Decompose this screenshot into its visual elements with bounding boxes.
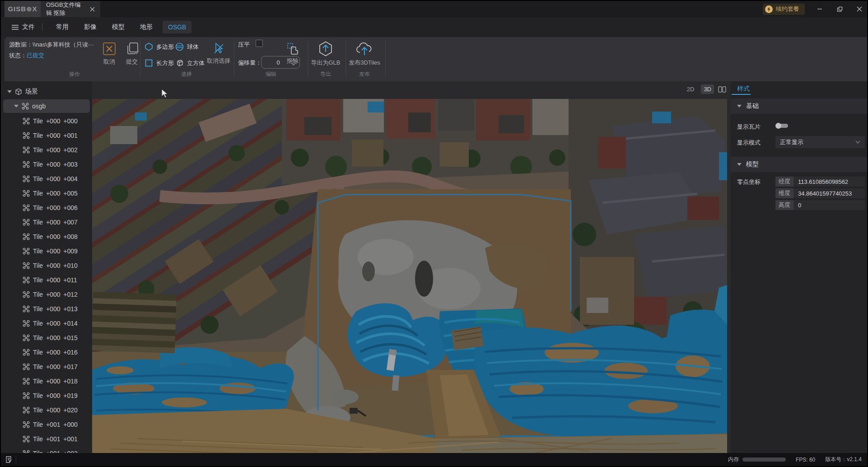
expand-arrow-icon[interactable]: [14, 105, 19, 107]
menu-item-common[interactable]: 常用: [51, 20, 74, 34]
renew-plan-button[interactable]: 续约套餐: [763, 4, 805, 15]
menu-item-image[interactable]: 影像: [79, 20, 102, 34]
offset-label: 偏移量：: [238, 59, 261, 67]
tree-item-tile[interactable]: Tile +000 +014: [1, 316, 92, 331]
cutout-button[interactable]: 抠除: [281, 42, 304, 65]
source-data-line: 源数据：\\nas\多算科技（只读···: [9, 41, 94, 49]
show-tiles-toggle[interactable]: [775, 123, 789, 128]
memory-bar: [742, 458, 786, 462]
section-model[interactable]: 模型: [731, 157, 867, 172]
tree-item-osgb[interactable]: osgb: [3, 99, 90, 113]
view-2d-button[interactable]: 2D: [684, 84, 697, 94]
close-button[interactable]: [856, 6, 863, 12]
file-menu[interactable]: 文件: [12, 23, 35, 31]
coord-field-value: 113.610856098562: [793, 177, 848, 187]
tree-item-tile[interactable]: Tile +000 +000: [1, 114, 92, 128]
tree-item-tile[interactable]: Tile +000 +010: [1, 258, 92, 273]
source-data-value: \\nas\多算科技（只读···: [33, 41, 94, 48]
tile-label: Tile +000 +011: [33, 276, 77, 284]
drone-icon: [23, 378, 30, 385]
tree-item-tile[interactable]: Tile +000 +018: [1, 374, 92, 388]
tree-item-tile[interactable]: Tile +000 +012: [1, 287, 92, 302]
origin-coords-fields: 经度 113.610856098562 维度 34.86401597740253…: [775, 177, 865, 210]
drone-icon: [22, 103, 29, 110]
tree-item-tile[interactable]: Tile +000 +005: [1, 186, 92, 201]
flatten-checkbox[interactable]: [256, 40, 263, 47]
view-3d-button[interactable]: 3D: [701, 84, 714, 94]
ribbon-divider: [140, 41, 140, 77]
coord-field[interactable]: 维度 34.86401597740253: [775, 188, 865, 198]
tree-item-tile[interactable]: Tile +001 +001: [1, 432, 92, 446]
display-mode-select[interactable]: 正常显示: [775, 136, 865, 148]
tab-style[interactable]: 样式: [737, 85, 750, 93]
menu-item-osgb[interactable]: OSGB: [163, 21, 191, 33]
drone-icon: [23, 291, 30, 298]
tile-label: Tile +001 +001: [33, 435, 78, 443]
coord-field[interactable]: 高度 0: [775, 200, 865, 210]
group-label-edit: 编辑: [251, 70, 291, 78]
scene-label: 场景: [25, 88, 38, 96]
group-label-selection: 选择: [166, 70, 207, 78]
mouse-cursor: [160, 88, 170, 99]
version-label: 版本号：v2.1.4: [825, 456, 862, 463]
tree-item-tile[interactable]: Tile +000 +011: [1, 273, 92, 287]
drone-icon: [23, 406, 30, 414]
drone-icon: [23, 146, 30, 154]
tab-close-icon[interactable]: [90, 7, 95, 12]
tree-item-tile[interactable]: Tile +000 +004: [1, 172, 92, 186]
maximize-button[interactable]: [836, 6, 843, 12]
drone-icon: [23, 435, 30, 443]
tree-item-tile[interactable]: Tile +000 +016: [1, 345, 92, 360]
cancel-button[interactable]: 取消: [98, 42, 121, 66]
tree-item-tile[interactable]: Tile +000 +017: [1, 360, 92, 374]
export-glb-button[interactable]: 导出为GLB: [311, 41, 341, 67]
show-tiles-label: 显示瓦片: [737, 123, 780, 131]
publish-cloud-icon: [356, 41, 373, 57]
publish-3dtiles-button[interactable]: 发布3DTiles: [347, 41, 382, 67]
cutout-icon: [286, 42, 299, 55]
log-panel-button[interactable]: [5, 456, 13, 463]
polygon-tool[interactable]: 多边形: [145, 42, 174, 51]
menu-item-terrain[interactable]: 地形: [135, 20, 158, 34]
deselect-button[interactable]: 取消选择: [204, 42, 233, 65]
tab-title: OSGB文件编辑 抠除: [46, 1, 84, 17]
title-bar: GISB⊕X OSGB文件编辑 抠除 续约套餐: [1, 1, 867, 17]
app-logo: GISB⊕X: [5, 1, 41, 17]
tree-item-tile[interactable]: Tile +000 +002: [1, 143, 92, 157]
tree-item-tile[interactable]: Tile +000 +020: [1, 403, 92, 417]
tree-item-tile[interactable]: Tile +000 +007: [1, 215, 92, 229]
tree-item-tile[interactable]: Tile +000 +009: [1, 244, 92, 258]
scene-cube-icon: [15, 88, 22, 95]
sphere-tool[interactable]: 球体: [175, 42, 199, 51]
tree-item-tile[interactable]: Tile +000 +001: [1, 128, 92, 143]
tree-item-tile[interactable]: Tile +000 +019: [1, 388, 92, 403]
tree-item-scene[interactable]: 场景: [1, 85, 92, 98]
document-tab[interactable]: OSGB文件编辑 抠除: [41, 1, 100, 17]
rectangle-tool[interactable]: 长方形: [145, 59, 174, 67]
section-basic[interactable]: 基础: [731, 98, 867, 114]
tree-item-tile[interactable]: Tile +001 +000: [1, 417, 92, 432]
group-label-operations: 操作: [54, 70, 95, 78]
tree-item-tile[interactable]: Tile +000 +015: [1, 331, 92, 345]
tree-item-tile[interactable]: Tile +000 +008: [1, 229, 92, 244]
coord-field[interactable]: 经度 113.610856098562: [775, 177, 865, 187]
drone-icon: [23, 349, 30, 356]
tree-item-tile[interactable]: Tile +000 +013: [1, 302, 92, 316]
statusbar-divider: [16, 455, 16, 464]
tree-item-tile[interactable]: Tile +000 +003: [1, 157, 92, 172]
collapse-arrow-icon: [737, 163, 742, 166]
drone-icon: [23, 248, 30, 255]
drone-icon: [23, 334, 30, 341]
cube-tool[interactable]: 立方体: [175, 59, 205, 67]
osgb-label: osgb: [32, 103, 46, 110]
drone-icon: [23, 117, 30, 125]
tree-item-tile[interactable]: Tile +000 +006: [1, 201, 92, 215]
split-view-icon[interactable]: [718, 86, 726, 93]
minimize-button[interactable]: [817, 6, 823, 12]
drone-icon: [23, 276, 30, 284]
expand-arrow-icon[interactable]: [7, 90, 12, 93]
menu-item-model[interactable]: 模型: [107, 20, 130, 34]
viewport-3d[interactable]: 2D 3D: [92, 81, 731, 455]
aerial-model-image[interactable]: [92, 99, 727, 455]
tab-style-underline: [732, 94, 751, 95]
